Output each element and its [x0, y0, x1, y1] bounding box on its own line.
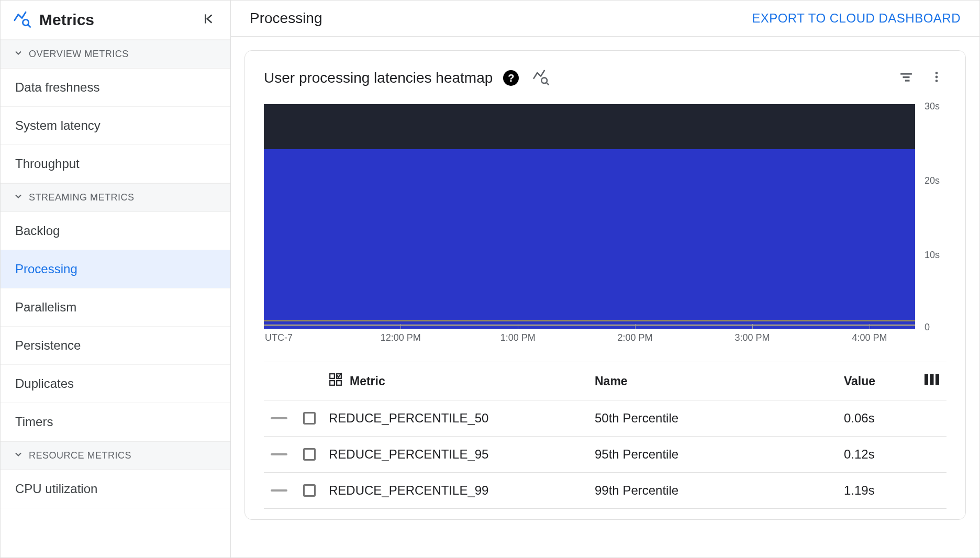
table-header-value[interactable]: Value: [844, 374, 912, 388]
y-tick-label: 30s: [925, 101, 940, 112]
page-title: Processing: [250, 10, 752, 27]
columns-icon: [925, 374, 939, 388]
table-header-row: Metric Name Value: [264, 362, 946, 400]
sidebar-section-resource-metrics[interactable]: RESOURCE METRICS: [1, 441, 230, 470]
x-tick-label: 12:00 PM: [381, 332, 421, 343]
drag-handle[interactable]: [268, 489, 290, 492]
heatmap-chart[interactable]: 30s 20s 10s 0 UTC-7: [264, 104, 946, 348]
y-axis-labels: 30s 20s 10s 0: [920, 104, 946, 329]
svg-point-8: [936, 72, 938, 74]
card-header: User processing latencies heatmap ?: [264, 65, 946, 91]
drag-handle[interactable]: [268, 417, 290, 419]
sidebar-section-streaming-metrics[interactable]: STREAMING METRICS: [1, 183, 230, 212]
svg-line-1: [28, 25, 30, 27]
cell-metric: REDUCE_PERCENTILE_95: [329, 447, 585, 462]
chevron-down-icon: [13, 191, 24, 204]
collapse-sidebar-button[interactable]: [200, 10, 218, 30]
sidebar-item-backlog[interactable]: Backlog: [1, 212, 230, 250]
help-icon[interactable]: ?: [503, 70, 519, 86]
cell-name: 99th Percentile: [595, 483, 834, 498]
legend-table: Metric Name Value: [264, 362, 946, 509]
chart-card: User processing latencies heatmap ?: [244, 50, 966, 520]
sidebar-item-timers[interactable]: Timers: [1, 403, 230, 441]
row-checkbox[interactable]: [299, 448, 319, 461]
percentile-line-p99: [264, 320, 915, 321]
svg-rect-7: [905, 80, 910, 81]
y-tick-label: 20s: [925, 175, 940, 186]
sidebar-item-data-freshness[interactable]: Data freshness: [1, 69, 230, 107]
svg-point-9: [936, 76, 938, 79]
sidebar-section-label: RESOURCE METRICS: [29, 450, 131, 461]
table-header-metric[interactable]: Metric: [329, 373, 585, 389]
row-checkbox[interactable]: [299, 484, 319, 497]
metrics-explorer-icon: [13, 10, 31, 30]
drag-handle[interactable]: [268, 453, 290, 455]
content: User processing latencies heatmap ?: [231, 37, 979, 557]
svg-line-4: [547, 83, 549, 85]
chart-plot-area: [264, 104, 915, 329]
chevron-down-icon: [13, 48, 24, 61]
cell-metric: REDUCE_PERCENTILE_50: [329, 411, 585, 426]
sidebar-title: Metrics: [39, 11, 192, 29]
cell-name: 50th Percentile: [595, 411, 834, 426]
cell-metric: REDUCE_PERCENTILE_99: [329, 483, 585, 498]
x-tick-label: 4:00 PM: [852, 332, 887, 343]
x-tick-label: 3:00 PM: [734, 332, 770, 343]
sidebar-header: Metrics: [1, 1, 230, 40]
table-row[interactable]: REDUCE_PERCENTILE_99 99th Percentile 1.1…: [264, 473, 946, 509]
svg-rect-13: [337, 381, 341, 385]
svg-rect-17: [936, 374, 939, 385]
heatmap-band-empty: [264, 104, 915, 149]
cell-name: 95th Percentile: [595, 447, 834, 462]
export-to-cloud-dashboard-button[interactable]: EXPORT TO CLOUD DASHBOARD: [752, 11, 961, 26]
open-in-metrics-explorer-icon[interactable]: [529, 65, 552, 91]
svg-rect-5: [900, 73, 912, 74]
main: Processing EXPORT TO CLOUD DASHBOARD Use…: [231, 1, 979, 557]
sidebar-item-duplicates[interactable]: Duplicates: [1, 365, 230, 403]
percentile-line-p95: [264, 325, 915, 326]
svg-rect-12: [330, 381, 335, 385]
sidebar-item-processing[interactable]: Processing: [1, 250, 230, 288]
timezone-label: UTC-7: [265, 332, 293, 343]
cell-value: 0.12s: [844, 447, 912, 462]
column-selector-button[interactable]: [921, 374, 942, 388]
y-tick-label: 10s: [925, 250, 940, 261]
sidebar-item-cpu-utilization[interactable]: CPU utilization: [1, 470, 230, 508]
select-all-icon: [329, 373, 342, 389]
y-tick-label: 0: [925, 321, 930, 332]
more-options-icon[interactable]: [927, 67, 946, 89]
svg-rect-15: [925, 374, 928, 385]
svg-rect-6: [903, 76, 910, 78]
row-checkbox[interactable]: [299, 412, 319, 425]
sidebar-section-label: STREAMING METRICS: [29, 192, 135, 203]
x-axis-labels: UTC-7 12:00 PM 1:00 PM 2:00 PM 3:00 PM 4…: [264, 332, 915, 348]
app-root: Metrics OVERVIEW METRICS Data freshness …: [0, 0, 980, 558]
table-header-name[interactable]: Name: [595, 374, 834, 388]
table-header-metric-label: Metric: [350, 374, 385, 388]
topbar: Processing EXPORT TO CLOUD DASHBOARD: [231, 1, 979, 37]
table-row[interactable]: REDUCE_PERCENTILE_50 50th Percentile 0.0…: [264, 400, 946, 437]
svg-point-10: [936, 80, 938, 82]
legend-filter-icon[interactable]: [896, 67, 916, 89]
sidebar-item-system-latency[interactable]: System latency: [1, 107, 230, 145]
sidebar-section-overview-metrics[interactable]: OVERVIEW METRICS: [1, 40, 230, 69]
svg-rect-16: [930, 374, 934, 385]
heatmap-band-dense: [264, 149, 915, 329]
sidebar-item-parallelism[interactable]: Parallelism: [1, 288, 230, 327]
sidebar-item-throughput[interactable]: Throughput: [1, 145, 230, 183]
card-title: User processing latencies heatmap: [264, 70, 493, 86]
x-tick-label: 2:00 PM: [618, 332, 653, 343]
sidebar-item-persistence[interactable]: Persistence: [1, 327, 230, 365]
sidebar: Metrics OVERVIEW METRICS Data freshness …: [1, 1, 231, 557]
svg-rect-11: [330, 374, 335, 378]
chevron-down-icon: [13, 449, 24, 462]
cell-value: 0.06s: [844, 411, 912, 426]
table-row[interactable]: REDUCE_PERCENTILE_95 95th Percentile 0.1…: [264, 437, 946, 473]
sidebar-section-label: OVERVIEW METRICS: [29, 49, 129, 60]
x-tick-label: 1:00 PM: [500, 332, 536, 343]
cell-value: 1.19s: [844, 483, 912, 498]
